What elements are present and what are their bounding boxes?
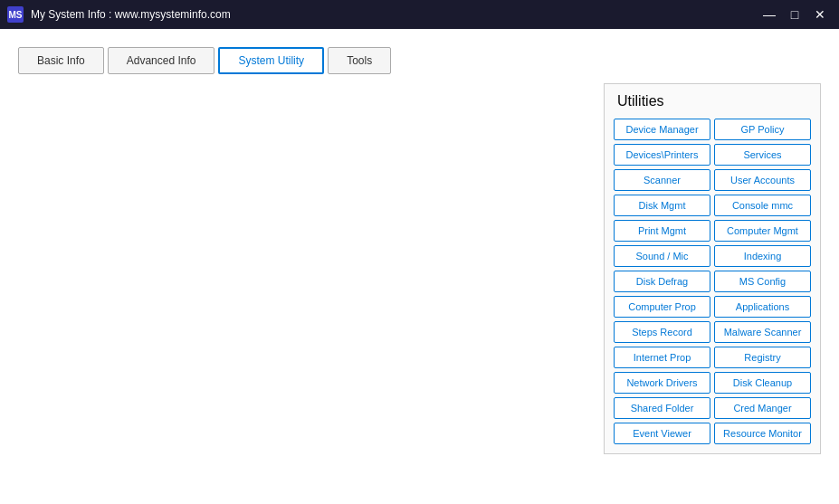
cred-manger-button[interactable]: Cred Manger — [714, 397, 811, 419]
applications-button[interactable]: Applications — [714, 296, 811, 318]
network-drivers-button[interactable]: Network Drivers — [614, 372, 710, 394]
gp-policy-button[interactable]: GP Policy — [714, 119, 811, 140]
tab-system-utility[interactable]: System Utility — [218, 47, 324, 74]
shared-folder-button[interactable]: Shared Folder — [614, 397, 710, 419]
utilities-title: Utilities — [614, 93, 811, 109]
device-manager-button[interactable]: Device Manager — [614, 119, 710, 140]
console-mmc-button[interactable]: Console mmc — [714, 195, 811, 216]
scanner-button[interactable]: Scanner — [614, 169, 710, 191]
main-content: Basic Info Advanced Info System Utility … — [0, 29, 839, 504]
ms-config-button[interactable]: MS Config — [714, 271, 811, 292]
disk-cleanup-button[interactable]: Disk Cleanup — [714, 372, 811, 394]
tab-basic-info[interactable]: Basic Info — [18, 47, 104, 74]
app-icon: MS — [7, 6, 24, 23]
event-viewer-button[interactable]: Event Viewer — [614, 423, 710, 444]
internet-prop-button[interactable]: Internet Prop — [614, 347, 710, 368]
minimize-button[interactable]: — — [758, 5, 781, 24]
user-accounts-button[interactable]: User Accounts — [714, 169, 811, 191]
indexing-button[interactable]: Indexing — [714, 245, 811, 267]
utilities-grid: Device Manager GP Policy Devices\Printer… — [614, 119, 811, 444]
resource-monitor-button[interactable]: Resource Monitor — [714, 423, 811, 444]
maximize-button[interactable]: □ — [783, 5, 806, 24]
utilities-panel: Utilities Device Manager GP Policy Devic… — [604, 83, 821, 454]
window-title: My System Info : www.mysysteminfo.com — [31, 8, 231, 21]
tab-advanced-info[interactable]: Advanced Info — [108, 47, 215, 74]
print-mgmt-button[interactable]: Print Mgmt — [614, 220, 710, 242]
title-bar: MS My System Info : www.mysysteminfo.com… — [0, 0, 839, 29]
disk-mgmt-button[interactable]: Disk Mgmt — [614, 195, 710, 216]
tab-bar: Basic Info Advanced Info System Utility … — [18, 47, 821, 74]
registry-button[interactable]: Registry — [714, 347, 811, 368]
window-controls: — □ ✕ — [758, 5, 832, 24]
devices-printers-button[interactable]: Devices\Printers — [614, 144, 710, 166]
steps-record-button[interactable]: Steps Record — [614, 321, 710, 343]
title-bar-left: MS My System Info : www.mysysteminfo.com — [7, 6, 231, 23]
tab-tools[interactable]: Tools — [328, 47, 391, 74]
sound-mic-button[interactable]: Sound / Mic — [614, 245, 710, 267]
computer-prop-button[interactable]: Computer Prop — [614, 296, 710, 318]
close-button[interactable]: ✕ — [808, 5, 832, 24]
disk-defrag-button[interactable]: Disk Defrag — [614, 271, 710, 292]
services-button[interactable]: Services — [714, 144, 811, 166]
malware-scanner-button[interactable]: Malware Scanner — [714, 321, 811, 343]
computer-mgmt-button[interactable]: Computer Mgmt — [714, 220, 811, 242]
